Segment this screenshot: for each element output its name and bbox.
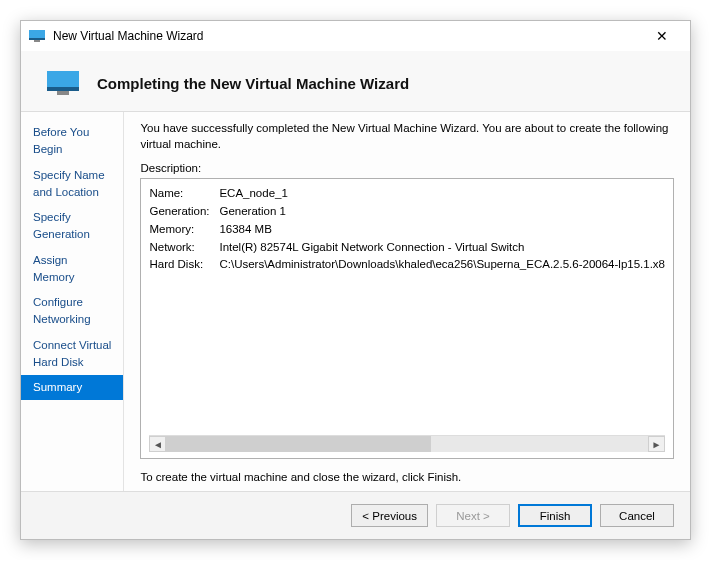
description-value: Generation 1: [219, 203, 665, 221]
svg-rect-2: [34, 40, 40, 42]
description-value: 16384 MB: [219, 221, 665, 239]
description-rows: Name:ECA_node_1Generation:Generation 1Me…: [149, 185, 665, 429]
description-key: Hard Disk:: [149, 256, 219, 274]
wizard-step[interactable]: Specify Generation: [21, 205, 123, 248]
close-icon[interactable]: ✕: [642, 28, 682, 44]
description-row: Name:ECA_node_1: [149, 185, 665, 203]
svg-rect-5: [57, 91, 69, 95]
next-button: Next >: [436, 504, 510, 527]
scroll-track[interactable]: [166, 436, 648, 452]
wizard-step[interactable]: Configure Networking: [21, 290, 123, 333]
intro-text: You have successfully completed the New …: [140, 120, 674, 152]
wizard-footer: < Previous Next > Finish Cancel: [21, 491, 690, 539]
wizard-step[interactable]: Before You Begin: [21, 120, 123, 163]
description-value: C:\Users\Administrator\Downloads\khaled\…: [219, 256, 665, 274]
description-row: Hard Disk:C:\Users\Administrator\Downloa…: [149, 256, 665, 274]
wizard-content: You have successfully completed the New …: [123, 112, 690, 491]
description-label: Description:: [140, 162, 674, 174]
wizard-steps: Before You BeginSpecify Name and Locatio…: [21, 112, 123, 491]
wizard-step[interactable]: Connect Virtual Hard Disk: [21, 333, 123, 376]
description-key: Name:: [149, 185, 219, 203]
wizard-step[interactable]: Summary: [21, 375, 123, 400]
description-key: Memory:: [149, 221, 219, 239]
monitor-icon: [47, 71, 79, 95]
description-key: Generation:: [149, 203, 219, 221]
wizard-window: New Virtual Machine Wizard ✕ Completing …: [20, 20, 691, 540]
scroll-left-icon[interactable]: ◄: [149, 436, 166, 452]
description-value: Intel(R) 82574L Gigabit Network Connecti…: [219, 239, 665, 257]
footnote-text: To create the virtual machine and close …: [140, 471, 674, 483]
description-row: Generation:Generation 1: [149, 203, 665, 221]
description-row: Network:Intel(R) 82574L Gigabit Network …: [149, 239, 665, 257]
description-key: Network:: [149, 239, 219, 257]
svg-rect-1: [29, 38, 45, 40]
previous-button[interactable]: < Previous: [351, 504, 428, 527]
titlebar: New Virtual Machine Wizard ✕: [21, 21, 690, 51]
horizontal-scrollbar[interactable]: ◄ ►: [149, 435, 665, 452]
window-title: New Virtual Machine Wizard: [53, 29, 642, 43]
wizard-body: Before You BeginSpecify Name and Locatio…: [21, 112, 690, 491]
scroll-thumb[interactable]: [166, 436, 431, 452]
finish-button[interactable]: Finish: [518, 504, 592, 527]
svg-rect-4: [47, 87, 79, 91]
wizard-step[interactable]: Assign Memory: [21, 248, 123, 291]
wizard-step[interactable]: Specify Name and Location: [21, 163, 123, 206]
cancel-button[interactable]: Cancel: [600, 504, 674, 527]
page-title: Completing the New Virtual Machine Wizar…: [97, 75, 409, 92]
scroll-right-icon[interactable]: ►: [648, 436, 665, 452]
monitor-icon: [29, 30, 45, 42]
wizard-header: Completing the New Virtual Machine Wizar…: [21, 51, 690, 112]
description-value: ECA_node_1: [219, 185, 665, 203]
description-box: Name:ECA_node_1Generation:Generation 1Me…: [140, 178, 674, 459]
description-row: Memory:16384 MB: [149, 221, 665, 239]
